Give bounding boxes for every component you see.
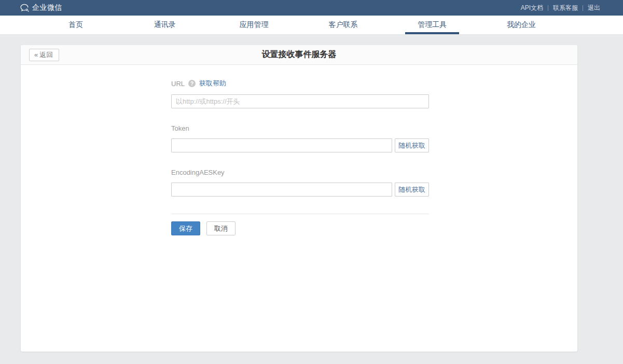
wework-logo-icon — [20, 3, 30, 13]
token-label-row: Token — [171, 124, 429, 132]
aeskey-field-block: EncodingAESKey 随机获取 — [171, 169, 429, 197]
brand-name: 企业微信 — [32, 3, 62, 12]
help-icon[interactable]: ? — [188, 80, 196, 87]
token-label: Token — [171, 124, 189, 132]
url-label-row: URL ? 获取帮助 — [171, 79, 429, 88]
back-button[interactable]: «返回 — [29, 49, 59, 61]
content-card: «返回 设置接收事件服务器 URL ? 获取帮助 Token 随机获取 — [21, 45, 577, 352]
aeskey-input-group: 随机获取 — [171, 183, 429, 197]
api-doc-link[interactable]: API文档 — [521, 4, 543, 12]
contact-support-link[interactable]: 联系客服 — [553, 4, 578, 12]
chevron-left-icon: « — [34, 51, 38, 59]
topbar: 企业微信 API文档 联系客服 退出 — [0, 0, 623, 16]
url-label: URL — [171, 80, 185, 88]
logout-link[interactable]: 退出 — [588, 4, 600, 12]
cancel-button[interactable]: 取消 — [206, 221, 236, 235]
card-header: «返回 设置接收事件服务器 — [21, 45, 577, 65]
nav-tab-admin-tools[interactable]: 管理工具 — [387, 16, 477, 34]
brand[interactable]: 企业微信 — [20, 3, 62, 13]
nav-tab-contacts[interactable]: 通讯录 — [120, 16, 210, 34]
nav-tab-my-company[interactable]: 我的企业 — [477, 16, 566, 34]
main-nav: 首页 通讯录 应用管理 客户联系 管理工具 我的企业 — [0, 16, 623, 35]
token-input[interactable] — [171, 138, 392, 152]
url-input[interactable] — [171, 94, 429, 108]
token-field-block: Token 随机获取 — [171, 124, 429, 152]
aeskey-random-button[interactable]: 随机获取 — [395, 183, 429, 197]
back-button-label: 返回 — [39, 51, 53, 59]
nav-tab-home[interactable]: 首页 — [31, 16, 120, 34]
topbar-links: API文档 联系客服 退出 — [521, 4, 600, 12]
nav-tab-customers[interactable]: 客户联系 — [298, 16, 387, 34]
token-random-button[interactable]: 随机获取 — [395, 138, 429, 152]
page-title: 设置接收事件服务器 — [262, 49, 337, 60]
form-divider — [171, 214, 429, 214]
divider — [583, 5, 583, 11]
server-settings-form: URL ? 获取帮助 Token 随机获取 EncodingAESKey 随机 — [21, 65, 429, 235]
aeskey-label: EncodingAESKey — [171, 169, 225, 176]
nav-tab-apps[interactable]: 应用管理 — [210, 16, 299, 34]
form-actions: 保存 取消 — [171, 221, 429, 235]
divider — [548, 5, 548, 11]
aeskey-label-row: EncodingAESKey — [171, 169, 429, 176]
token-input-group: 随机获取 — [171, 138, 429, 152]
url-field-block: URL ? 获取帮助 — [171, 79, 429, 108]
get-help-link[interactable]: 获取帮助 — [199, 79, 226, 88]
aeskey-input[interactable] — [171, 183, 392, 197]
save-button[interactable]: 保存 — [171, 221, 200, 235]
